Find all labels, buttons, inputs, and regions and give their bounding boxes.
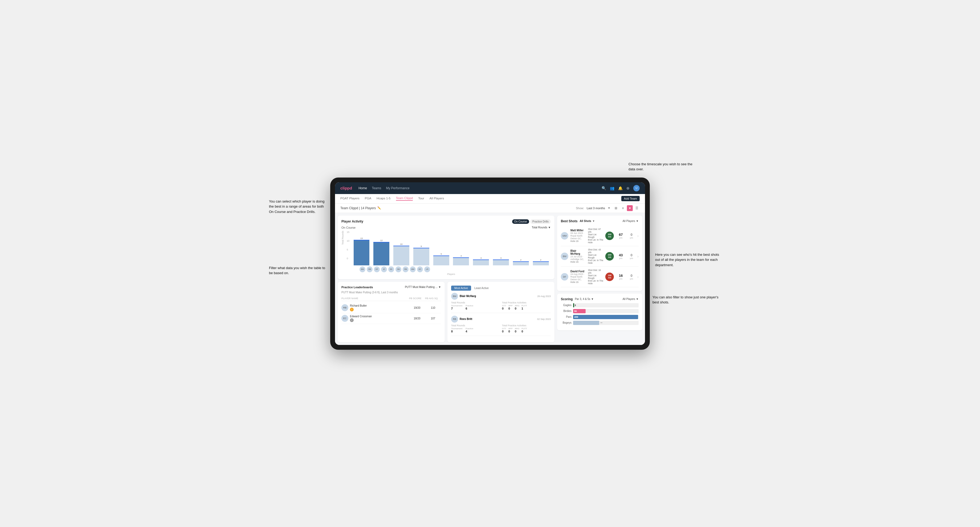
annotation-top-right: Choose the timescale you wish to see the… <box>628 162 698 172</box>
bar-group-9: 2 <box>531 231 551 265</box>
add-icon[interactable]: ⊕ <box>626 186 630 190</box>
sub-nav-all-players[interactable]: All Players <box>430 197 444 200</box>
chart-area: Total Rounds 15 10 5 0 1312109543322 <box>341 231 551 275</box>
on-course-pill[interactable]: On Course <box>512 219 529 224</box>
activity-stats-2: Total Rounds Tournament 8 Practice <box>451 324 551 333</box>
chart-sub-label: On Course <box>341 226 355 229</box>
activity-pill-group: On Course Practice Drills <box>512 219 551 224</box>
scoring-row-bogeys: Bogeys ··· <box>561 321 639 325</box>
activity-player-info-2: RB Rees Britt <box>451 316 472 322</box>
chevron-down-icon: ▼ <box>438 286 441 289</box>
chevron-right-icon[interactable]: › <box>637 254 639 259</box>
chevron-down-icon: ▼ <box>636 220 639 222</box>
least-active-tab[interactable]: Least Active <box>471 286 492 290</box>
best-shots-title: Best Shots <box>561 219 578 223</box>
sub-nav-pga[interactable]: PGA <box>365 197 371 200</box>
sub-nav-pgat[interactable]: PGAT Players <box>340 197 360 200</box>
grid-view-icon[interactable]: ⊞ <box>613 205 619 211</box>
users-icon[interactable]: 👥 <box>610 186 614 190</box>
total-rounds-dropdown[interactable]: Total Rounds ▼ <box>532 226 551 229</box>
list-view-icon[interactable]: ≡ <box>620 205 626 211</box>
nav-item-home[interactable]: Home <box>358 186 367 190</box>
edit-icon[interactable]: ✏️ <box>377 206 381 210</box>
most-active-card: Most Active Least Active BM Blair McHarg <box>447 282 554 342</box>
scoring-row-birdies: Birdies 96 <box>561 309 639 313</box>
card-view-icon[interactable]: ♥ <box>627 205 633 211</box>
scoring-title: Scoring <box>561 297 573 301</box>
bar-group-2: 10 <box>391 231 412 265</box>
all-shots-filter[interactable]: All Shots <box>580 220 591 222</box>
sub-nav-hcaps[interactable]: Hcaps 1-5 <box>377 197 390 200</box>
shot-item-1[interactable]: MM Matt Miller 09 Jun 2023 · Royal North… <box>561 226 639 246</box>
lb-avatar-2: EC <box>341 315 348 322</box>
scoring-header: Scoring Par 3, 4 & 5s ▼ All Players ▼ <box>561 297 639 301</box>
shot-item-2[interactable]: BM Blair McHarg 23 Jul 2023 · Ashridge G… <box>561 246 639 267</box>
player-activity-title: Player Activity <box>341 220 363 223</box>
scoring-row-pars: Pars 499 <box>561 315 639 319</box>
scoring-card: Scoring Par 3, 4 & 5s ▼ All Players ▼ <box>557 294 642 330</box>
shot-avatar-1: MM <box>561 232 568 240</box>
chevron-down-icon[interactable]: ▼ <box>592 220 595 222</box>
player-activity-card: Player Activity On Course Practice Drill… <box>338 216 554 279</box>
shot-distance-2: 43 yds <box>616 253 625 259</box>
bell-icon[interactable]: 🔔 <box>618 186 623 190</box>
shot-result-3: 0 yds <box>628 274 635 280</box>
shot-player-info-1: Matt Miller 09 Jun 2023 · Royal North De… <box>570 229 586 243</box>
practice-drills-pill[interactable]: Practice Drills <box>530 219 551 224</box>
team-header-right: Show: Last 3 months ▼ ⊞ ≡ ♥ ☰ <box>576 205 640 211</box>
shot-distance-1: 67 yds <box>616 233 625 239</box>
player-avatar-5: DB <box>396 267 401 272</box>
activity-player-info-1: BM Blair McHarg <box>451 293 476 300</box>
shots-filter: All Shots ▼ <box>580 220 595 222</box>
bar-group-1: 12 <box>371 231 391 265</box>
add-team-button[interactable]: Add Team <box>621 196 640 201</box>
user-avatar[interactable]: U <box>633 185 640 191</box>
nav-right: 🔍 👥 🔔 ⊕ U <box>601 185 640 191</box>
y-labels: 15 10 5 0 <box>347 231 349 265</box>
bar-group-6: 3 <box>471 231 491 265</box>
chevron-right-icon[interactable]: › <box>637 275 639 279</box>
player-avatars: BMRBDFJCEEDBRBMMECLR <box>352 267 551 272</box>
shot-player-info-2: Blair McHarg 23 Jul 2023 · Ashridge GC, … <box>570 249 586 263</box>
chevron-down-icon[interactable]: ▼ <box>608 206 610 210</box>
sub-nav-tour[interactable]: Tour <box>418 197 424 200</box>
lb-player-2: EC Edward Crossman 2 <box>341 315 409 322</box>
shot-player-info-3: David Ford 24 Aug 2023 · Royal North Dev… <box>570 270 586 284</box>
activity-player-2: RB Rees Britt 02 Sep 2023 Total Rounds <box>451 316 551 336</box>
player-avatar-4: EE <box>388 267 394 272</box>
left-panel: Player Activity On Course Practice Drill… <box>338 216 554 342</box>
nav-item-performance[interactable]: My Performance <box>386 186 410 190</box>
nav-items: Home Teams My Performance <box>358 186 595 190</box>
shots-player-filter[interactable]: All Players ▼ <box>623 220 639 222</box>
leaderboard-title: Practice Leaderboards <box>341 286 373 289</box>
pars-label: Pars <box>561 316 571 318</box>
lb-row-1: RB Richard Butler 1 19/20 110 <box>341 303 441 313</box>
lb-row-2: EC Edward Crossman 2 18/20 10 <box>341 313 441 324</box>
leaderboard-filter[interactable]: PUTT Must Make Putting ... ▼ <box>405 286 441 289</box>
shot-details-2: Shot Dist: 43 yds Start Lie: Rough End L… <box>588 248 603 264</box>
chevron-right-icon[interactable]: › <box>637 234 639 238</box>
bogeys-bar: ··· <box>573 321 639 325</box>
scoring-player-filter[interactable]: All Players ▼ <box>623 298 639 300</box>
shot-avatar-2: BM <box>561 252 568 260</box>
sub-nav-team-clippd[interactable]: Team Clippd <box>396 197 413 201</box>
search-icon[interactable]: 🔍 <box>601 186 606 190</box>
page-wrapper: Choose the timescale you wish to see the… <box>330 178 650 350</box>
shot-item-3[interactable]: DF David Ford 24 Aug 2023 · Royal North … <box>561 267 639 287</box>
activity-name-1: Blair McHarg <box>460 295 476 298</box>
scoring-bar-chart: Eagles 3 Birdies <box>561 303 639 325</box>
team-header: Team Clippd | 14 Players ✏️ Show: Last 3… <box>335 204 645 213</box>
scoring-filter[interactable]: Par 3, 4 & 5s ▼ <box>575 298 594 300</box>
activity-player-1: BM Blair McHarg 26 Aug 2023 Total Rounds <box>451 293 551 313</box>
annotation-right-mid: Here you can see who's hit the best shot… <box>655 252 724 268</box>
table-view-icon[interactable]: ☰ <box>634 205 640 211</box>
top-nav: clippd Home Teams My Performance 🔍 👥 🔔 ⊕… <box>335 182 645 194</box>
player-avatar-7: MM <box>410 267 416 272</box>
time-filter-select[interactable]: Last 3 months <box>587 206 605 210</box>
activity-player-header-2: RB Rees Britt 02 Sep 2023 <box>451 316 551 322</box>
eagles-label: Eagles <box>561 304 571 306</box>
nav-item-teams[interactable]: Teams <box>372 186 381 190</box>
most-active-tab[interactable]: Most Active <box>451 286 471 290</box>
leaderboard-header: Practice Leaderboards PUTT Must Make Put… <box>341 286 441 289</box>
shot-distance-3: 16 yds <box>616 274 625 280</box>
